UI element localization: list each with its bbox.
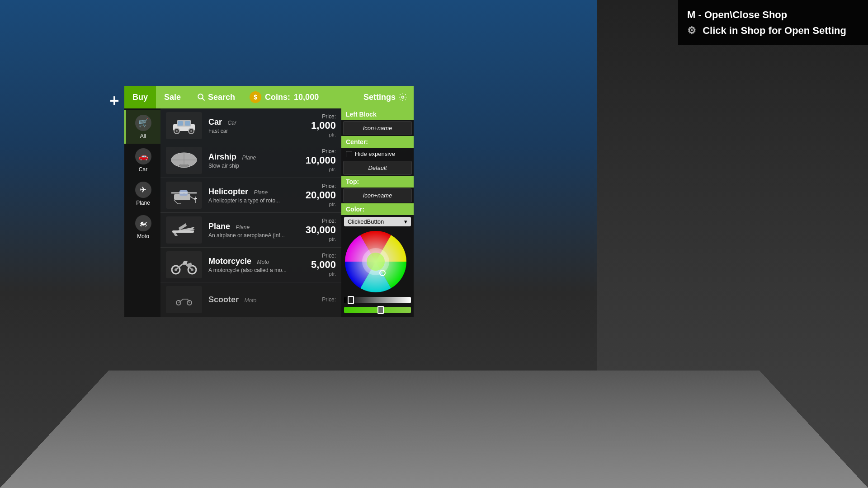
car-icon: 🚗 [135,148,151,164]
hide-expensive-checkbox[interactable] [346,151,352,157]
svg-rect-6 [185,121,190,126]
svg-point-9 [176,130,178,132]
svg-point-2 [402,96,404,99]
left-block-icon-name[interactable]: Icon+name [343,121,412,135]
item-icon-car [166,112,202,139]
item-icon-scooter [166,286,202,313]
shop-overlay: Buy Sale Search $ Coins: 10,000 Settings… [124,86,414,317]
color-green-slider[interactable] [344,307,411,313]
category-sidebar: 🛒 All 🚗 Car ✈ Plane 🏍 Moto [124,108,160,317]
item-title: Scooter Moto [208,295,293,305]
plane-icon: ✈ [135,182,151,198]
svg-line-25 [174,200,178,204]
hud-panel: M - Open\Close Shop ⚙ Click in Shop for … [678,0,868,45]
item-title: Car Car [208,117,293,127]
coins-display: $ Coins: 10,000 [243,86,357,108]
item-price: Price: [300,296,336,303]
color-brightness-slider[interactable] [344,297,411,303]
list-item[interactable]: Motorcycle Moto A motorcycle (also calle… [160,248,341,282]
list-item[interactable]: Plane Plane An airplane or aeroplaneA (i… [160,213,341,248]
dropdown-arrow-icon: ▾ [404,218,407,225]
items-list: Car Car Fast car Price: 1,000 ptr. [160,108,341,317]
svg-point-38 [367,253,385,271]
item-info: Motorcycle Moto A motorcycle (also calle… [208,257,293,273]
sidebar-item-moto[interactable]: 🏍 Moto [124,211,160,244]
item-icon-airship [166,147,202,174]
item-title: Helicopter Plane [208,187,293,197]
list-item[interactable]: Helicopter Plane A helicopter is a type … [160,178,341,213]
sidebar-item-car[interactable]: 🚗 Car [124,144,160,177]
coin-icon: $ [250,91,261,103]
search-button[interactable]: Search [189,86,243,108]
list-item[interactable]: Airship Plane Slow air ship Price: 10,00… [160,143,341,178]
settings-button[interactable]: Settings [357,86,414,108]
svg-line-1 [202,98,204,100]
item-price: Price: 5,000 ptr. [300,253,336,277]
all-icon: 🛒 [135,115,151,131]
settings-panel: Left Block Icon+name Center: Hide expens… [341,108,414,317]
item-price: Price: 10,000 ptr. [300,148,336,173]
shop-body: 🛒 All 🚗 Car ✈ Plane 🏍 Moto [124,108,414,317]
item-icon-helicopter [166,182,202,209]
item-icon-motorcycle [166,251,202,278]
settings-gear-icon [398,93,407,102]
svg-point-10 [190,130,192,132]
center-default-option[interactable]: Default [343,161,412,175]
list-item[interactable]: Car Car Fast car Price: 1,000 ptr. [160,108,341,143]
color-dropdown[interactable]: ClickedButton ▾ [344,217,411,226]
item-title: Motorcycle Moto [208,257,293,266]
item-info: Helicopter Plane A helicopter is a type … [208,187,293,204]
left-block-header: Left Block [341,108,414,120]
bg-floor [0,371,868,488]
svg-point-0 [198,94,203,99]
top-header: Top: [341,176,414,188]
color-picker-wheel[interactable] [344,230,407,293]
sale-button[interactable]: Sale [156,86,189,108]
item-title: Airship Plane [208,152,293,162]
item-price: Price: 20,000 ptr. [300,183,336,207]
shop-toolbar: Buy Sale Search $ Coins: 10,000 Settings [124,86,414,108]
green-slider-handle[interactable] [377,306,384,314]
brightness-slider-handle[interactable] [348,296,354,304]
item-icon-plane [166,216,202,244]
item-info: Airship Plane Slow air ship [208,152,293,169]
hud-line1: M - Open\Close Shop [687,7,859,23]
moto-icon: 🏍 [135,215,151,231]
svg-rect-5 [178,121,183,126]
center-header: Center: [341,136,414,148]
hud-line2: ⚙ Click in Shop for Open Setting [687,23,859,38]
gear-icon: ⚙ [687,25,696,36]
sidebar-item-all[interactable]: 🛒 All [124,110,160,144]
hide-expensive-checkbox-row[interactable]: Hide expensive [341,148,414,160]
item-info: Plane Plane An airplane or aeroplaneA (i… [208,222,293,239]
top-icon-name[interactable]: Icon+name [343,188,412,202]
list-item[interactable]: Scooter Moto Price: [160,282,341,317]
item-price: Price: 1,000 ptr. [300,113,336,138]
add-button[interactable]: + [103,89,126,112]
buy-button[interactable]: Buy [124,86,156,108]
item-title: Plane Plane [208,222,293,231]
color-header: Color: [341,203,414,215]
item-info: Car Car Fast car [208,117,293,134]
svg-rect-27 [172,230,194,233]
item-price: Price: 30,000 ptr. [300,218,336,242]
item-info: Scooter Moto [208,295,293,305]
search-icon [197,93,205,101]
sidebar-item-plane[interactable]: ✈ Plane [124,177,160,211]
